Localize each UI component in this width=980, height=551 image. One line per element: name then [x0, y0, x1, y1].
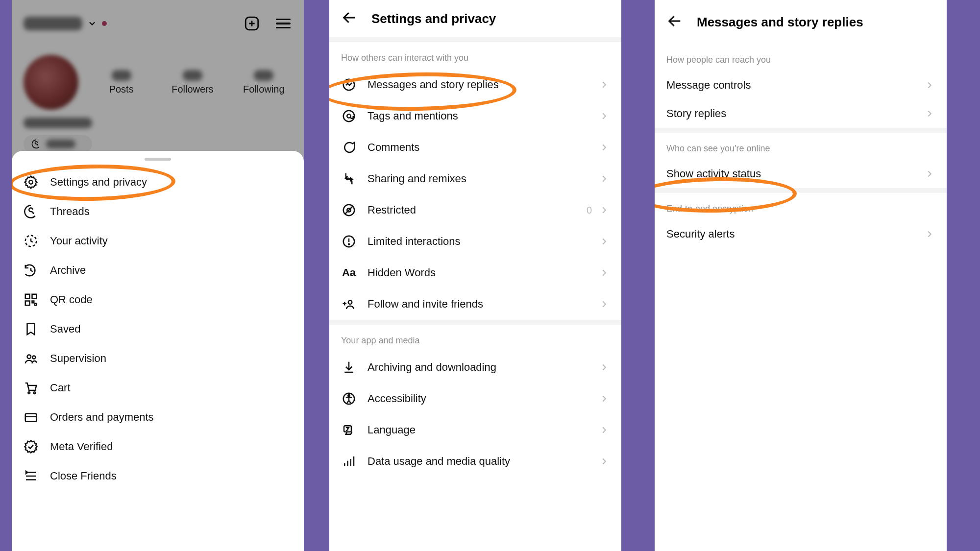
row-storyreplies[interactable]: Story replies [655, 99, 947, 128]
row-archiving[interactable]: Archiving and downloading [329, 352, 621, 383]
people-icon [24, 351, 38, 366]
chevron-right-icon [599, 456, 610, 467]
comment-icon [341, 140, 357, 155]
row-label: Messages and story replies [368, 78, 499, 91]
menu-item-label: Settings and privacy [50, 176, 147, 189]
menu-item-label: Threads [50, 205, 90, 218]
svg-rect-14 [25, 414, 37, 422]
row-label: Security alerts [666, 228, 735, 240]
settings-header: Settings and privacy [329, 0, 621, 37]
menu-item-label: Cart [50, 382, 71, 394]
card-icon [24, 410, 38, 425]
cart-icon [24, 381, 38, 395]
row-accessibility[interactable]: Accessibility [329, 383, 621, 414]
svg-point-12 [28, 392, 30, 394]
bars-icon [341, 454, 357, 469]
sheet-grabber[interactable] [145, 158, 171, 161]
messages-header: Messages and story replies [655, 0, 947, 44]
chevron-right-icon [924, 108, 935, 119]
menu-item-label: Supervision [50, 352, 106, 365]
closefriends-icon [24, 469, 38, 483]
row-msgcontrols[interactable]: Message controls [655, 71, 947, 99]
menu-item-qr[interactable]: QR code [12, 285, 304, 314]
menu-item-orders[interactable]: Orders and payments [12, 403, 304, 432]
menu-item-threads[interactable]: Threads [12, 197, 304, 226]
row-language[interactable]: Language [329, 414, 621, 446]
row-data[interactable]: Data usage and media quality [329, 446, 621, 477]
svg-rect-9 [35, 304, 37, 306]
menu-item-closefriends[interactable]: Close Friends [12, 461, 304, 491]
row-tags[interactable]: Tags and mentions [329, 100, 621, 132]
chevron-right-icon [599, 299, 610, 310]
row-follow[interactable]: Follow and invite friends [329, 288, 621, 320]
row-label: Show activity status [666, 168, 761, 180]
row-label: Tags and mentions [368, 110, 458, 122]
qr-icon [24, 292, 38, 307]
section-reach-you: How people can reach you [655, 44, 947, 71]
chevron-right-icon [599, 267, 610, 278]
phone-messages-replies: Messages and story replies How people ca… [655, 0, 947, 551]
row-comments[interactable]: Comments [329, 132, 621, 163]
menu-item-activity[interactable]: Your activity [12, 226, 304, 256]
threads-icon [24, 204, 38, 219]
row-badge: 0 [587, 205, 592, 216]
menu-item-settings[interactable]: Settings and privacy [12, 168, 304, 197]
menu-item-label: Orders and payments [50, 411, 154, 424]
bookmark-icon [24, 322, 38, 336]
chevron-right-icon [599, 142, 610, 153]
menu-item-saved[interactable]: Saved [12, 314, 304, 344]
row-activitystatus[interactable]: Show activity status [655, 160, 947, 188]
svg-rect-8 [32, 301, 34, 303]
section-how-others: How others can interact with you [329, 42, 621, 69]
row-sharing[interactable]: Sharing and remixes [329, 163, 621, 194]
row-restricted[interactable]: Restricted 0 [329, 194, 621, 226]
row-label: Limited interactions [368, 235, 461, 248]
menu-item-verified[interactable]: Meta Verified [12, 432, 304, 461]
row-label: Comments [368, 141, 419, 154]
svg-line-25 [345, 207, 353, 214]
svg-marker-19 [26, 471, 28, 474]
section-online: Who can see you're online [655, 133, 947, 160]
accessibility-icon [341, 391, 357, 407]
menu-item-supervision[interactable]: Supervision [12, 344, 304, 373]
svg-point-29 [348, 244, 349, 245]
aa-icon: Aa [341, 265, 357, 281]
row-hidden[interactable]: AaHidden Words [329, 257, 621, 288]
row-label: Follow and invite friends [368, 298, 483, 311]
svg-point-36 [348, 395, 350, 397]
messages-title: Messages and story replies [697, 15, 863, 30]
chevron-right-icon [924, 229, 935, 240]
svg-point-30 [348, 301, 352, 305]
section-app-media: Your app and media [329, 325, 621, 352]
row-label: Hidden Words [368, 266, 436, 279]
row-label: Archiving and downloading [368, 361, 496, 374]
messenger-icon [341, 77, 357, 93]
chevron-right-icon [599, 362, 610, 373]
menu-item-cart[interactable]: Cart [12, 373, 304, 403]
row-label: Sharing and remixes [368, 172, 466, 185]
bottom-sheet: Settings and privacy Threads Your activi… [12, 151, 304, 551]
menu-item-archive[interactable]: Archive [12, 256, 304, 285]
chevron-right-icon [924, 80, 935, 91]
archive-icon [24, 263, 38, 278]
phone-profile-menu: Posts Followers Following Setting [12, 0, 304, 551]
row-securityalerts[interactable]: Security alerts [655, 220, 947, 248]
remix-icon [341, 171, 357, 187]
row-label: Accessibility [368, 392, 426, 405]
row-label: Language [368, 424, 416, 436]
chevron-right-icon [599, 111, 610, 121]
svg-rect-5 [25, 294, 30, 299]
row-limited[interactable]: Limited interactions [329, 226, 621, 257]
phone-settings-privacy: Settings and privacy How others can inte… [329, 0, 621, 551]
menu-item-label: Archive [50, 264, 86, 277]
settings-title: Settings and privacy [371, 11, 496, 26]
svg-point-13 [34, 392, 36, 394]
svg-point-3 [29, 180, 33, 184]
row-label: Message controls [666, 79, 751, 92]
chevron-right-icon [599, 173, 610, 184]
back-button[interactable] [341, 9, 358, 28]
row-messages[interactable]: Messages and story replies [329, 69, 621, 100]
at-icon [341, 108, 357, 124]
activity-icon [24, 234, 38, 248]
back-button[interactable] [666, 13, 683, 31]
